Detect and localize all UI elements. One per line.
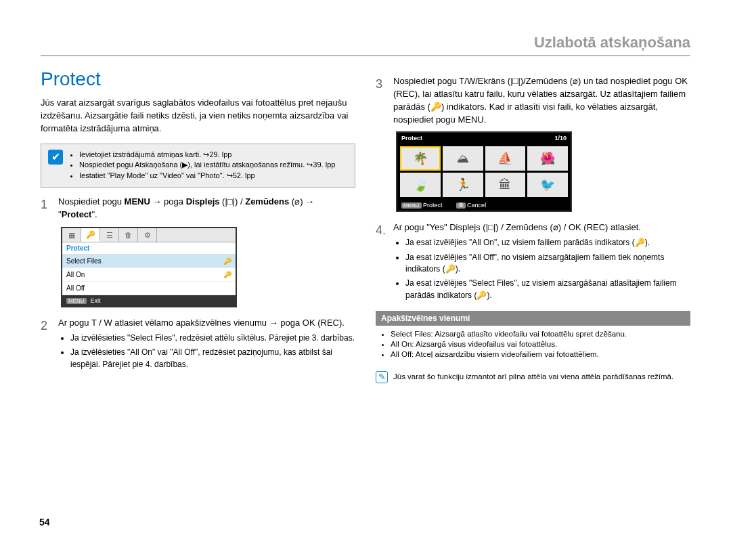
thumbnail: 🌴 xyxy=(400,146,441,171)
menu-item-label: All Off xyxy=(66,284,85,292)
info-item: Nospiediet pogu Atskaņošana (▶), lai ies… xyxy=(79,160,335,171)
thumbs-title: Protect xyxy=(401,135,422,142)
thumbnail: 🐦 xyxy=(527,173,568,197)
thumbnail: 🌺 xyxy=(527,146,568,171)
step-bullet: Ja esat izvēlējies "All Off", no visiem … xyxy=(405,252,690,276)
t: MENU xyxy=(125,196,150,207)
step-number: 4. xyxy=(376,221,386,304)
step-text: Nospiediet pogu T/W/Ekrāns (|□|)/Zemūden… xyxy=(393,76,688,125)
thumbs-counter: 1/10 xyxy=(554,135,567,142)
check-icon: ✔ xyxy=(48,150,63,165)
menu-item-label: Select Files xyxy=(66,257,102,265)
t: Zemūdens xyxy=(245,196,289,207)
step-number: 2 xyxy=(41,317,51,373)
menu-row: All On 🔑 xyxy=(62,268,236,282)
t: Displejs xyxy=(186,196,220,207)
note-box: ✎ Jūs varat šo funkciju izmantot arī pil… xyxy=(376,371,690,383)
section-title: Protect xyxy=(41,68,355,90)
thumbnail: ⛰ xyxy=(443,146,483,171)
thumbnail: 🏛 xyxy=(485,173,526,197)
step-4: 4. Ar pogu "Yes" Displejs (|□|) / Zemūde… xyxy=(376,221,690,304)
menu-key-badge: MENU xyxy=(401,202,422,209)
thumbnail: ⛵ xyxy=(485,146,526,171)
step-number: 3 xyxy=(376,75,386,126)
menu-item-label: All On xyxy=(66,271,85,278)
step-text: Ar pogu "Yes" Displejs (|□|) / Zemūdens … xyxy=(393,222,641,232)
note-icon: ✎ xyxy=(376,371,388,383)
display-icon: (|□|) / xyxy=(219,196,245,207)
t: ". xyxy=(91,209,97,219)
key-icon: 🔑 xyxy=(223,271,231,278)
note-text: Jūs varat šo funkciju izmantot arī pilna… xyxy=(393,371,673,383)
tab-icon: ▦ xyxy=(62,228,81,242)
intro-text: Jūs varat aizsargāt svarīgus saglabātos … xyxy=(41,97,355,135)
info-item: Ievietojiet izstrādājumā atmiņas karti. … xyxy=(79,150,335,160)
tab-icon: ⚙ xyxy=(138,228,157,242)
menu-row-selected: Select Files 🔑 xyxy=(62,255,236,268)
page-number: 54 xyxy=(39,517,50,527)
submenu-item: All Off: Atceļ aizsardzību visiem videof… xyxy=(391,350,685,358)
info-item: Iestatiet "Play Mode" uz "Video" vai "Ph… xyxy=(79,171,335,181)
t: → poga xyxy=(150,196,186,207)
step-3: 3 Nospiediet pogu T/W/Ekrāns (|□|)/Zemūd… xyxy=(376,75,690,126)
step-2: 2 Ar pogu T / W atlasiet vēlamo apakšizv… xyxy=(41,317,355,373)
step-number: 1 xyxy=(41,196,51,221)
tab-icon: 🗑 xyxy=(119,228,138,242)
step-1: 1 Nospiediet pogu MENU → poga Displejs (… xyxy=(41,196,355,221)
key-icon: 🔑 xyxy=(223,257,231,265)
step-bullet: Ja izvēlēsieties "All On" vai "All Off",… xyxy=(70,347,355,370)
step-bullet: Ja esat izvēlējies "All On", uz visiem f… xyxy=(405,237,690,249)
exit-label: Exit xyxy=(91,297,101,304)
submenu-item: Select Files: Aizsargā atlasīto videofai… xyxy=(391,330,685,338)
submenu-item: All On: Aizsargā visus videofailus vai f… xyxy=(391,340,685,348)
cancel-key-badge: ⦿ xyxy=(456,202,466,209)
ui-menu-screenshot: ▦ 🔑 ☰ 🗑 ⚙ Protect Select Files 🔑 All On … xyxy=(61,227,237,307)
cancel-label: Cancel xyxy=(467,202,486,209)
tab-icon: ☰ xyxy=(100,228,119,242)
menu-row: All Off xyxy=(62,282,236,295)
menu-title: Protect xyxy=(62,242,236,255)
menu-key-badge: MENU xyxy=(66,298,87,304)
step-bullet: Ja esat izvēlējies "Select Files", uz vi… xyxy=(405,278,690,301)
thumbnail: 🍃 xyxy=(400,173,441,197)
protect-label: Protect xyxy=(423,202,443,209)
info-box: ✔ Ievietojiet izstrādājumā atmiņas karti… xyxy=(41,144,355,188)
breadcrumb: Uzlabotā atskaņošana xyxy=(41,34,690,56)
step-bullet: Ja izvēlēsieties "Select Files", redzēsi… xyxy=(70,332,355,344)
step-text: Ar pogu T / W atlasiet vēlamo apakšizvēl… xyxy=(58,318,345,328)
thumbnail: 🏃 xyxy=(443,173,483,197)
t: Nospiediet pogu xyxy=(58,196,125,207)
ui-thumbnail-screenshot: Protect 1/10 🌴 ⛰ ⛵ 🌺 🍃 🏃 🏛 🐦 MENU Protec… xyxy=(396,131,572,212)
tab-icon: 🔑 xyxy=(81,228,100,242)
submenu-header: Apakšizvēlnes vienumi xyxy=(376,311,690,326)
t: Protect xyxy=(62,209,92,219)
